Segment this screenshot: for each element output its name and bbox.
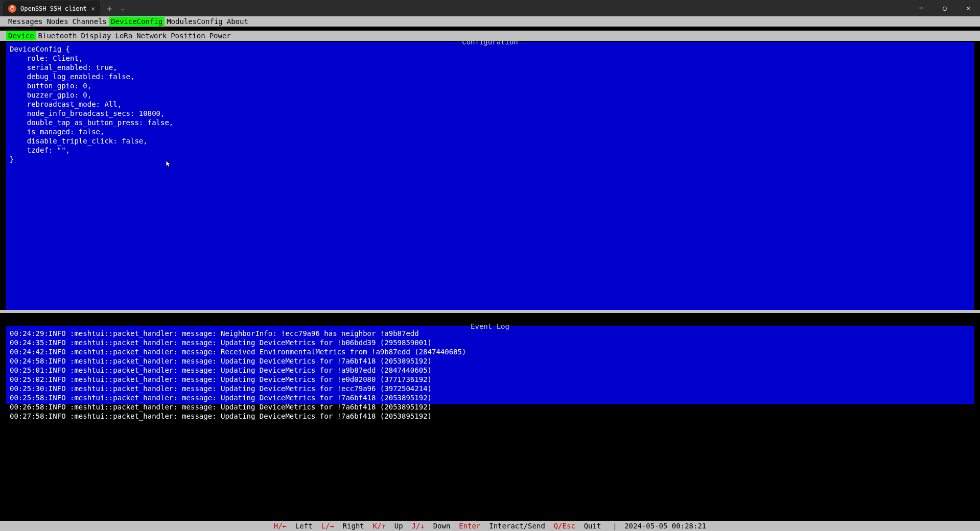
status-label: Quit [575,522,610,530]
event-log-content: 00:24:29:INFO :meshtui::packet_handler: … [7,327,973,423]
tab-title: OpenSSH SSH client [20,5,87,12]
menu-channels[interactable]: Channels [71,17,109,26]
close-tab-icon[interactable]: × [91,5,95,13]
status-label: Right [334,522,373,530]
status-key: J/↓ [411,522,424,530]
menu-about[interactable]: About [225,17,250,26]
menu-messages[interactable]: Messages [6,17,44,26]
tab-dropdown-icon[interactable]: ⌄ [118,6,127,11]
status-key: L/→ [321,522,334,530]
status-key: K/↑ [373,522,386,530]
status-key: Q/Esc [554,522,575,530]
panel-gap [0,310,980,313]
submenu-lora[interactable]: LoRa [113,31,134,40]
menu-modulesconfig[interactable]: ModulesConfig [165,17,225,26]
mouse-cursor-icon [166,161,171,168]
status-separator: | [610,522,620,530]
titlebar: OpenSSH SSH client × + ⌄ ─ ▢ ✕ [0,0,980,16]
config-content: DeviceConfig { role: Client, serial_enab… [7,42,973,166]
maximize-button[interactable]: ▢ [933,0,956,16]
browser-tab[interactable]: OpenSSH SSH client × [3,1,100,17]
terminal-area: Messages Nodes Channels DeviceConfig Mod… [0,16,980,531]
status-label: Up [386,522,412,530]
status-timestamp: 2024-05-05 00:28:21 [620,522,707,530]
top-menu: Messages Nodes Channels DeviceConfig Mod… [0,16,980,27]
submenu-bluetooth[interactable]: Bluetooth [36,31,79,40]
menu-nodes[interactable]: Nodes [44,17,70,26]
ubuntu-icon [8,5,16,13]
close-button[interactable]: ✕ [956,0,980,16]
status-key: H/← [274,522,287,530]
submenu-network[interactable]: Network [134,31,169,40]
configuration-panel: Configuration DeviceConfig { role: Clien… [6,42,974,310]
submenu-display[interactable]: Display [79,31,113,40]
status-label: Down [425,522,459,530]
window-controls: ─ ▢ ✕ [909,0,980,16]
status-bar: H/← Left L/→ Right K/↑ Up J/↓ Down Enter… [0,521,980,531]
status-key: Enter [459,522,480,530]
config-panel-title: Configuration [461,38,519,46]
event-panel-title: Event Log [470,322,510,330]
submenu-position[interactable]: Position [169,31,207,40]
event-log-panel: Event Log 00:24:29:INFO :meshtui::packet… [6,326,974,404]
submenu-power[interactable]: Power [207,31,233,40]
submenu-device[interactable]: Device [6,31,36,40]
new-tab-button[interactable]: + [100,3,118,14]
menu-deviceconfig[interactable]: DeviceConfig [109,17,165,26]
status-label: Interact/Send [480,522,553,530]
minimize-button[interactable]: ─ [909,0,933,16]
status-label: Left [287,522,321,530]
